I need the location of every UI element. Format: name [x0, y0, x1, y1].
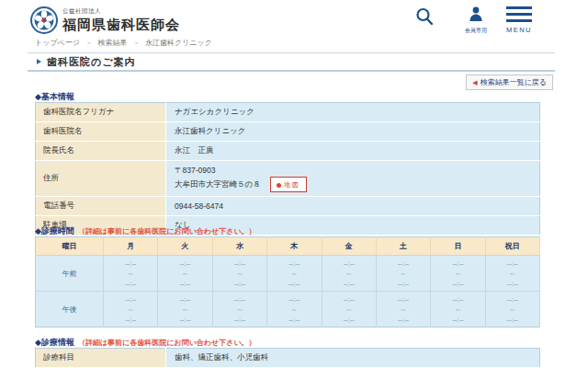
breadcrumb-search-results[interactable]: 検索結果	[97, 39, 127, 47]
hours-cell: --:--～--:--	[322, 256, 376, 292]
breadcrumb-home[interactable]: トップページ	[35, 39, 80, 47]
member-area-button[interactable]: 会員専用	[460, 6, 492, 35]
search-button[interactable]	[413, 6, 436, 30]
table-row-subjects: 診療科目 歯科、矯正歯科、小児歯科	[36, 349, 540, 368]
breadcrumb: トップページ ＞ 検索結果 ＞ 永江歯科クリニック	[35, 38, 212, 48]
member-area-label: 会員専用	[460, 27, 492, 35]
map-button-label: 地図	[284, 181, 300, 188]
hours-table: 曜日月火水木金土日祝日 午前--:--～--:----:--～--:----:-…	[35, 236, 540, 328]
hours-col-日: 日	[431, 237, 485, 256]
table-row-address: 住所 〒837-0903 大牟田市大字宮崎５の８ 地図	[36, 161, 540, 197]
hours-row-label: 午後	[36, 292, 104, 328]
row-label: 電話番号	[36, 197, 166, 216]
hours-table-body: 午前--:--～--:----:--～--:----:--～--:----:--…	[36, 256, 540, 328]
hours-cell: --:--～--:--	[104, 256, 158, 292]
treatment-info-table: 診療科目 歯科、矯正歯科、小児歯科	[35, 348, 540, 368]
row-value: ナガエシカクリニック	[166, 103, 540, 122]
hours-cell: --:--～--:--	[267, 256, 322, 292]
hours-cell: --:--～--:--	[485, 256, 539, 292]
row-label: 院長氏名	[36, 142, 166, 161]
hours-cell: --:--～--:--	[212, 292, 266, 328]
table-row-director: 院長氏名 永江 正廣	[36, 142, 540, 161]
page-title: 歯科医院のご案内	[47, 55, 136, 69]
hours-row-label: 午前	[36, 256, 104, 292]
hours-col-金: 金	[322, 237, 376, 256]
breadcrumb-current: 永江歯科クリニック	[145, 39, 212, 47]
map-pin-icon	[277, 183, 281, 188]
association-logo-icon[interactable]	[30, 6, 58, 34]
street-address: 大牟田市大字宮崎５の８	[175, 179, 261, 189]
table-row-furigana: 歯科医院名フリガナ ナガエシカクリニック	[36, 103, 540, 122]
row-value: 永江歯科クリニック	[166, 122, 540, 142]
page: 公益社団法人 福岡県歯科医師会 会員専用 MENU トップページ ＞	[0, 0, 588, 368]
org-type-label: 公益社団法人	[62, 7, 180, 16]
hours-heading-text: ◆診療時間	[35, 226, 74, 236]
table-row-phone: 電話番号 0944-58-6474	[36, 197, 540, 216]
hours-cell: --:--～--:--	[376, 292, 430, 328]
hours-cell: --:--～--:--	[322, 292, 376, 328]
hours-cell: --:--～--:--	[267, 292, 322, 328]
hours-col-水: 水	[212, 237, 266, 256]
hamburger-icon	[506, 6, 532, 22]
row-value: 〒837-0903 大牟田市大字宮崎５の８ 地図	[166, 161, 540, 197]
row-label: 歯科医院名	[36, 122, 166, 142]
basic-info-table: 歯科医院名フリガナ ナガエシカクリニック 歯科医院名 永江歯科クリニック 院長氏…	[35, 102, 540, 236]
back-to-results-button[interactable]: ◀検索結果一覧に戻る	[466, 75, 553, 90]
hours-col-祝日: 祝日	[485, 237, 539, 256]
hours-col-day: 曜日	[36, 237, 104, 256]
hours-col-土: 土	[376, 237, 430, 256]
row-value: 永江 正廣	[166, 142, 540, 161]
treatment-heading-text: ◆診療情報	[35, 338, 74, 347]
search-icon	[414, 6, 435, 27]
row-value: 0944-58-6474	[166, 197, 540, 216]
person-icon	[468, 6, 484, 22]
map-button[interactable]: 地図	[270, 177, 307, 192]
hours-cell: --:--～--:--	[158, 292, 212, 328]
hours-header-row: 曜日月火水木金土日祝日	[36, 237, 540, 256]
menu-button[interactable]: MENU	[505, 6, 533, 34]
arrow-left-icon: ◀	[472, 79, 477, 86]
row-label: 歯科医院名フリガナ	[36, 103, 166, 122]
breadcrumb-separator: ＞	[85, 40, 92, 46]
hours-cell: --:--～--:--	[104, 292, 158, 328]
hours-col-木: 木	[267, 237, 322, 256]
row-label: 住所	[36, 161, 166, 197]
table-row-clinic-name: 歯科医院名 永江歯科クリニック	[36, 122, 540, 142]
row-label: 診療科目	[36, 349, 166, 368]
arrow-right-icon	[37, 59, 41, 64]
hours-col-火: 火	[158, 237, 212, 256]
site-title[interactable]: 公益社団法人 福岡県歯科医師会	[62, 7, 180, 34]
hours-cell: --:--～--:--	[376, 256, 430, 292]
hours-cell: --:--～--:--	[431, 256, 485, 292]
hours-col-月: 月	[104, 237, 158, 256]
hours-row: 午後--:--～--:----:--～--:----:--～--:----:--…	[36, 292, 540, 328]
hours-cell: --:--～--:--	[485, 292, 539, 328]
menu-label: MENU	[505, 26, 533, 34]
org-name: 福岡県歯科医師会	[62, 17, 180, 34]
hours-cell: --:--～--:--	[431, 292, 485, 328]
hours-row: 午前--:--～--:----:--～--:----:--～--:----:--…	[36, 256, 540, 292]
hours-cell: --:--～--:--	[212, 256, 266, 292]
back-to-results-label: 検索結果一覧に戻る	[481, 78, 547, 86]
breadcrumb-separator: ＞	[133, 40, 140, 46]
postal-code: 〒837-0903	[175, 165, 531, 177]
row-value: 歯科、矯正歯科、小児歯科	[166, 349, 540, 368]
page-title-bar: 歯科医院のご案内	[28, 52, 555, 72]
hours-cell: --:--～--:--	[158, 256, 212, 292]
treatment-note: （詳細は事前に各歯科医院にお問い合わせ下さい。）	[78, 339, 256, 347]
hours-note: （詳細は事前に各歯科医院にお問い合わせ下さい。）	[78, 227, 256, 236]
